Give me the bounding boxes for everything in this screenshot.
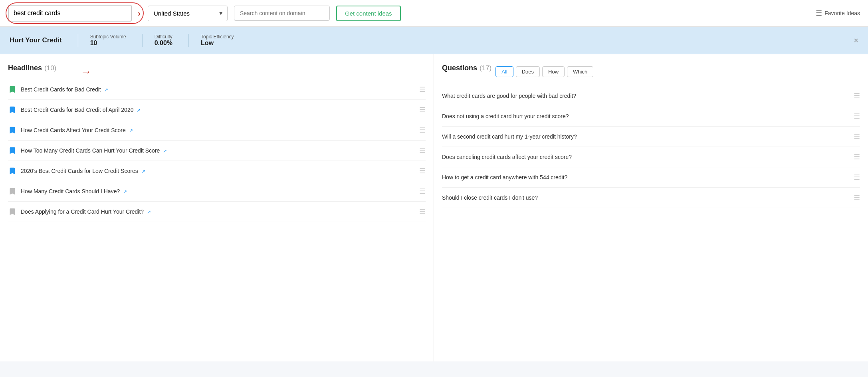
bookmark-blue-icon	[8, 146, 17, 155]
arrow-right-icon: ›	[138, 9, 141, 18]
bookmark-blue-icon	[8, 105, 17, 114]
domain-search-input[interactable]	[234, 6, 330, 21]
list-item: How Credit Cards Affect Your Credit Scor…	[8, 120, 426, 141]
subtopic-volume-stat: Subtopic Volume 10	[78, 34, 126, 47]
question-text: Will a second credit card hurt my 1-year…	[442, 133, 850, 140]
headlines-count: (10)	[44, 64, 56, 72]
get-content-ideas-button[interactable]: Get content ideas	[336, 6, 401, 21]
filter-does-tab[interactable]: Does	[516, 66, 540, 77]
bookmark-blue-icon	[8, 167, 17, 175]
list-item: How Many Credit Cards Should I Have? ↗ ☰	[8, 181, 426, 202]
filter-tabs: All Does How Which	[495, 66, 593, 77]
volume-label: Subtopic Volume	[90, 34, 126, 40]
efficiency-value: Low	[201, 40, 234, 47]
bookmark-green-icon	[8, 85, 17, 94]
main-content: Headlines (10) → Best Credit Cards for B…	[0, 54, 868, 361]
list-item: How to get a credit card anywhere with 5…	[442, 167, 860, 188]
question-text: Does not using a credit card hurt your c…	[442, 113, 850, 119]
difficulty-label: Difficulty	[155, 34, 172, 40]
favorite-ideas-label: Favorite Ideas	[824, 10, 860, 16]
external-link[interactable]: ↗	[141, 169, 145, 174]
menu-lines-icon[interactable]: ☰	[854, 132, 860, 141]
top-bar: › United States United Kingdom Canada Au…	[0, 0, 868, 27]
volume-value: 10	[90, 40, 126, 47]
bookmark-gray-icon	[8, 187, 17, 196]
headline-text: Does Applying for a Credit Card Hurt You…	[21, 208, 415, 215]
headlines-title: Headlines (10)	[8, 64, 56, 72]
question-text: How to get a credit card anywhere with 5…	[442, 174, 850, 181]
subtopic-title: Hurt Your Credit	[10, 36, 62, 44]
headline-text: Best Credit Cards for Bad Credit of Apri…	[21, 107, 415, 113]
menu-lines-icon[interactable]: ☰	[419, 167, 426, 175]
headline-text: Best Credit Cards for Bad Credit ↗	[21, 86, 415, 93]
menu-lines-icon[interactable]: ☰	[419, 187, 426, 196]
external-link[interactable]: ↗	[137, 107, 141, 113]
filter-which-tab[interactable]: Which	[567, 66, 593, 77]
menu-lines-icon[interactable]: ☰	[419, 85, 426, 94]
difficulty-value: 0.00%	[155, 40, 172, 47]
list-item: Does Applying for a Credit Card Hurt You…	[8, 202, 426, 222]
question-text: Should I close credit cards I don't use?	[442, 194, 850, 201]
search-wrapper: ›	[8, 5, 132, 22]
questions-label: Questions	[442, 64, 477, 72]
list-icon: ☰	[816, 9, 822, 18]
menu-lines-icon[interactable]: ☰	[854, 173, 860, 182]
menu-lines-icon[interactable]: ☰	[854, 112, 860, 121]
subtopic-efficiency-stat: Topic Efficiency Low	[188, 34, 234, 47]
bookmark-blue-icon	[8, 126, 17, 135]
questions-title: Questions (17)	[442, 64, 491, 72]
headlines-panel: Headlines (10) → Best Credit Cards for B…	[0, 54, 434, 361]
arrow-to-questions-icon: →	[80, 65, 91, 78]
subtopic-difficulty-stat: Difficulty 0.00%	[142, 34, 172, 47]
menu-lines-icon[interactable]: ☰	[854, 153, 860, 161]
list-item: 2020's Best Credit Cards for Low Credit …	[8, 161, 426, 181]
list-item: Best Credit Cards for Bad Credit ↗ ☰	[8, 79, 426, 100]
questions-header: Questions (17) All Does How Which	[442, 64, 860, 79]
external-link[interactable]: ↗	[129, 128, 133, 133]
external-link[interactable]: ↗	[123, 189, 127, 194]
headline-text: How Too Many Credit Cards Can Hurt Your …	[21, 147, 415, 154]
menu-lines-icon[interactable]: ☰	[854, 193, 860, 202]
questions-count: (17)	[480, 64, 491, 72]
questions-panel: Questions (17) All Does How Which What c…	[434, 54, 868, 361]
list-item: How Too Many Credit Cards Can Hurt Your …	[8, 141, 426, 161]
headline-text: How Many Credit Cards Should I Have? ↗	[21, 188, 415, 194]
country-select-wrapper: United States United Kingdom Canada Aust…	[148, 6, 228, 21]
menu-lines-icon[interactable]: ☰	[419, 105, 426, 114]
subtopic-header: Hurt Your Credit Subtopic Volume 10 Diff…	[0, 27, 868, 54]
keyword-search-input[interactable]	[8, 5, 132, 22]
external-link[interactable]: ↗	[104, 87, 108, 93]
menu-lines-icon[interactable]: ☰	[419, 126, 426, 135]
bookmark-gray-icon	[8, 207, 17, 216]
external-link[interactable]: ↗	[147, 209, 151, 215]
external-link[interactable]: ↗	[163, 148, 167, 154]
efficiency-label: Topic Efficiency	[201, 34, 234, 40]
menu-lines-icon[interactable]: ☰	[854, 91, 860, 100]
menu-lines-icon[interactable]: ☰	[419, 207, 426, 216]
list-item: Does not using a credit card hurt your c…	[442, 106, 860, 127]
list-item: Should I close credit cards I don't use?…	[442, 188, 860, 208]
headlines-label: Headlines	[8, 64, 42, 72]
headline-text: How Credit Cards Affect Your Credit Scor…	[21, 127, 415, 133]
close-button[interactable]: ×	[854, 36, 858, 44]
question-text: Does canceling credit cards affect your …	[442, 154, 850, 160]
list-item: What credit cards are good for people wi…	[442, 86, 860, 106]
favorite-ideas-button[interactable]: ☰ Favorite Ideas	[816, 9, 860, 18]
question-text: What credit cards are good for people wi…	[442, 93, 850, 99]
list-item: Best Credit Cards for Bad Credit of Apri…	[8, 100, 426, 120]
filter-all-tab[interactable]: All	[495, 66, 513, 77]
list-item: Will a second credit card hurt my 1-year…	[442, 127, 860, 147]
filter-how-tab[interactable]: How	[542, 66, 565, 77]
menu-lines-icon[interactable]: ☰	[419, 146, 426, 155]
headline-text: 2020's Best Credit Cards for Low Credit …	[21, 168, 415, 174]
list-item: Does canceling credit cards affect your …	[442, 147, 860, 167]
country-select[interactable]: United States United Kingdom Canada Aust…	[148, 6, 228, 21]
